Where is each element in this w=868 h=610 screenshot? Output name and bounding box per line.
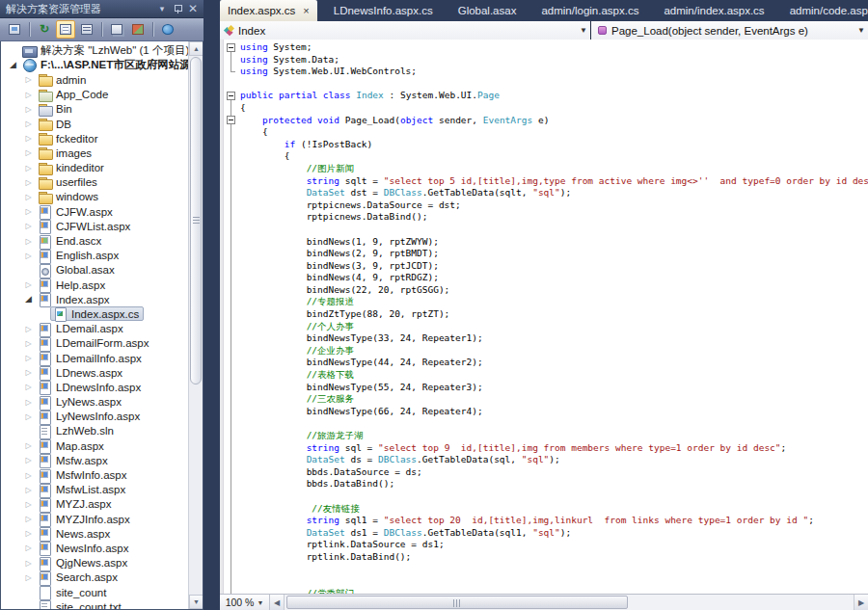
pin-icon[interactable]: [170, 2, 185, 16]
collapsed-expander-icon[interactable]: ▷: [22, 381, 35, 393]
collapsed-expander-icon[interactable]: ▷: [22, 513, 35, 525]
close-tab-icon[interactable]: ×: [303, 6, 309, 15]
tree-item-msfwlist.aspx[interactable]: ▷MsfwList.aspx: [1, 483, 188, 497]
tree-item-kindeditor[interactable]: ▷kindeditor: [1, 161, 188, 175]
tree-item-db[interactable]: ▷DB: [1, 117, 188, 131]
tree-item-english.aspx[interactable]: ▷English.aspx: [1, 249, 188, 263]
collapsed-expander-icon[interactable]: ▷: [22, 542, 35, 554]
tree-item-search.aspx[interactable]: ▷Search.aspx: [1, 570, 188, 585]
tree-item-ldemailinfo.aspx[interactable]: ▷LDemailInfo.aspx: [1, 351, 188, 365]
tree-item-bin[interactable]: ▷Bin: [1, 102, 188, 117]
tree-item-newsinfo.aspx[interactable]: ▷NewsInfo.aspx: [1, 541, 188, 555]
collapsed-expander-icon[interactable]: ▷: [22, 557, 35, 570]
tree-item-images[interactable]: ▷images: [1, 146, 188, 160]
collapsed-expander-icon[interactable]: ▷: [22, 469, 35, 482]
collapsed-expander-icon[interactable]: ▷: [22, 73, 35, 86]
expanded-expander-icon[interactable]: ◢: [22, 293, 35, 305]
collapsed-expander-icon[interactable]: ▷: [22, 337, 35, 350]
tree-item-userfiles[interactable]: ▷userfiles: [1, 175, 188, 190]
close-icon[interactable]: ✕: [185, 2, 201, 16]
collapsed-expander-icon[interactable]: ▷: [22, 278, 35, 291]
collapsed-expander-icon[interactable]: ▷: [22, 103, 35, 116]
tree-item-site_count[interactable]: site_count: [1, 585, 188, 599]
tree-item-lynews.aspx[interactable]: ▷LyNews.aspx: [1, 395, 188, 410]
tree-item-help.aspx[interactable]: ▷Help.aspx: [1, 278, 188, 292]
collapsed-expander-icon[interactable]: ▷: [22, 250, 35, 262]
tree-item-lzhweb.sln[interactable]: LzhWeb.sln: [1, 424, 188, 438]
collapsed-expander-icon[interactable]: ▷: [22, 89, 35, 101]
collapsed-expander-icon[interactable]: ▷: [22, 191, 35, 203]
horizontal-scrollbar[interactable]: [285, 595, 854, 610]
horizontal-scrollbar-thumb[interactable]: [286, 596, 628, 609]
scroll-right-arrow-icon[interactable]: ▶: [854, 595, 868, 610]
chevron-down-icon[interactable]: ▼: [854, 26, 868, 35]
tree-item--lzhweb-1-[interactable]: 解决方案 "LzhWeb" (1 个项目): [1, 43, 188, 58]
scroll-down-arrow-icon[interactable]: ▼: [189, 595, 203, 609]
zoom-level-dropdown[interactable]: 100 % ▼: [220, 595, 270, 610]
code-text[interactable]: using System;using System.Data;using Sys…: [240, 41, 868, 594]
tree-item-windows[interactable]: ▷windows: [1, 190, 188, 204]
tab-ldnewsinfo.aspx.cs[interactable]: LDnewsInfo.aspx.cs: [321, 0, 446, 21]
outlining-margin[interactable]: [225, 40, 238, 594]
tree-item-index.aspx[interactable]: ◢Index.aspx: [1, 292, 188, 306]
tree-item-f-...-asp.net-[interactable]: ◢F:\...\ASP.NET市区政府网站源码\: [1, 58, 188, 72]
tab-index.aspx.cs[interactable]: Index.aspx.cs×: [220, 0, 317, 21]
tree-item-qjgnews.aspx[interactable]: ▷QjgNews.aspx: [1, 556, 188, 570]
collapse-region-icon[interactable]: [227, 43, 235, 52]
tree-item-cjfwlist.aspx[interactable]: ▷CJFWList.aspx: [1, 219, 188, 233]
collapsed-expander-icon[interactable]: ▷: [22, 352, 35, 364]
tab-admin-login.aspx.cs[interactable]: admin/login.aspx.cs: [529, 0, 651, 21]
tab-admin-index.aspx.cs[interactable]: admin/index.aspx.cs: [651, 0, 776, 21]
copy-website-icon[interactable]: [107, 20, 126, 39]
members-dropdown[interactable]: Page_Load(object sender, EventArgs e) ▼: [591, 21, 868, 40]
tree-item-fckeditor[interactable]: ▷fckeditor: [1, 131, 188, 146]
collapsed-expander-icon[interactable]: ▷: [22, 366, 35, 379]
aspnet-configuration-icon[interactable]: [128, 20, 148, 39]
collapsed-expander-icon[interactable]: ▷: [22, 498, 35, 511]
solution-explorer-titlebar[interactable]: 解决方案资源管理器 ▾ ✕: [0, 0, 203, 18]
tree-item-map.aspx[interactable]: ▷Map.aspx: [1, 438, 188, 453]
tree-item-ldemail.aspx[interactable]: ▷LDemail.aspx: [1, 322, 188, 336]
collapsed-expander-icon[interactable]: ▷: [22, 323, 35, 335]
collapsed-expander-icon[interactable]: ▷: [22, 396, 35, 409]
types-dropdown[interactable]: Index ▼: [220, 21, 590, 40]
tree-vertical-scrollbar[interactable]: ▲ ▼: [188, 41, 203, 609]
tree-item-lynewsinfo.aspx[interactable]: ▷LyNewsInfo.aspx: [1, 410, 188, 424]
tree-item-site_count.txt[interactable]: site_count.txt: [1, 599, 188, 609]
collapsed-expander-icon[interactable]: ▷: [22, 454, 35, 466]
tree-item-index.aspx.cs[interactable]: Index.aspx.cs: [1, 306, 188, 321]
collapsed-expander-icon[interactable]: ▷: [22, 176, 35, 189]
tree-item-msfwinfo.aspx[interactable]: ▷MsfwInfo.aspx: [1, 467, 188, 482]
collapsed-expander-icon[interactable]: ▷: [22, 118, 35, 130]
help-icon[interactable]: [158, 20, 177, 39]
tree-item-admin[interactable]: ▷admin: [1, 72, 188, 87]
window-position-icon[interactable]: ▾: [154, 2, 170, 16]
expanded-expander-icon[interactable]: ◢: [7, 59, 19, 71]
collapse-region-icon[interactable]: [227, 116, 235, 124]
chevron-down-icon[interactable]: ▼: [577, 26, 590, 35]
show-all-files-icon[interactable]: [56, 20, 75, 39]
tree-item-ldnewsinfo.aspx[interactable]: ▷LDnewsInfo.aspx: [1, 380, 188, 394]
tree-item-app_code[interactable]: ▷App_Code: [1, 88, 188, 102]
tree-item-end.ascx[interactable]: ▷End.ascx: [1, 233, 188, 248]
tree-item-ldnews.aspx[interactable]: ▷LDnews.aspx: [1, 365, 188, 380]
tab-global.asax[interactable]: Global.asax: [446, 0, 529, 21]
indicator-margin[interactable]: [220, 40, 224, 594]
code-editor[interactable]: using System;using System.Data;using Sys…: [220, 40, 868, 594]
collapsed-expander-icon[interactable]: ▷: [22, 235, 35, 248]
collapsed-expander-icon[interactable]: ▷: [22, 132, 35, 145]
tree-item-cjfw.aspx[interactable]: ▷CJFW.aspx: [1, 204, 188, 219]
collapsed-expander-icon[interactable]: ▷: [22, 146, 35, 159]
collapsed-expander-icon[interactable]: ▷: [22, 220, 35, 232]
collapsed-expander-icon[interactable]: ▷: [22, 571, 35, 584]
tree-scrollbar-thumb[interactable]: [190, 57, 202, 385]
refresh-icon[interactable]: ↻: [35, 20, 54, 39]
collapsed-expander-icon[interactable]: ▷: [22, 162, 35, 174]
collapsed-expander-icon[interactable]: ▷: [22, 484, 35, 496]
collapsed-expander-icon[interactable]: ▷: [22, 527, 35, 540]
tree-item-global.asax[interactable]: Global.asax: [1, 263, 188, 278]
tree-item-myzj.aspx[interactable]: ▷MYZJ.aspx: [1, 497, 188, 512]
scroll-up-arrow-icon[interactable]: ▲: [189, 41, 203, 56]
tree-item-ldemailform.aspx[interactable]: ▷LDemailForm.aspx: [1, 336, 188, 351]
scroll-left-arrow-icon[interactable]: ◀: [270, 595, 285, 610]
